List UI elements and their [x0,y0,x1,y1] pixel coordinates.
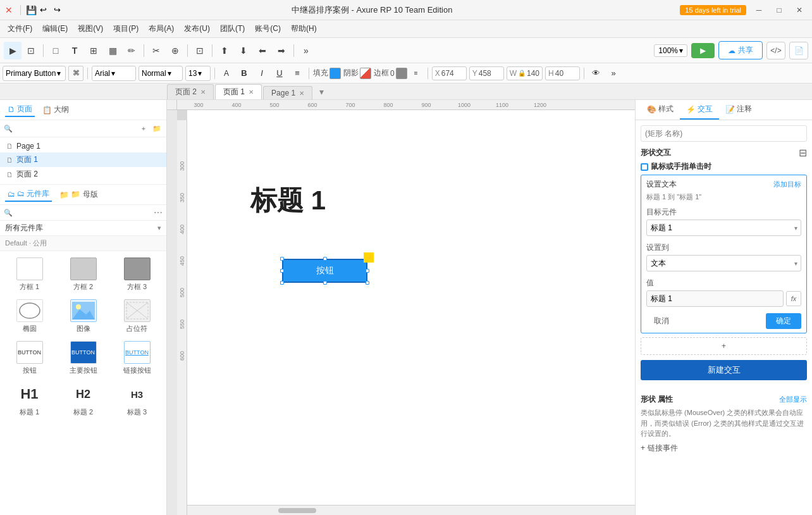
menu-edit[interactable]: 编辑(E) [37,22,73,36]
more-format-btn[interactable]: » [606,66,621,81]
scrollbar-thumb-h[interactable] [278,508,316,513]
font-selector[interactable]: Arial ▾ [92,66,136,81]
border-color[interactable] [396,68,407,79]
comp-rect1[interactable]: 方框 1 [4,255,55,294]
redo-icon[interactable]: ↪ [54,5,64,15]
connect-tool[interactable]: ⊕ [166,42,184,59]
close-x-icon[interactable]: ✕ [5,5,15,15]
comp-rect2[interactable]: 方框 2 [58,255,109,294]
tab-page2-close[interactable]: ✕ [200,89,206,96]
add-target-btn[interactable]: 添加目标 [773,180,801,189]
code-button[interactable]: </> [766,42,785,59]
align-right[interactable]: ➡ [273,42,290,59]
underline-btn[interactable]: U [272,66,287,81]
font-style-selector[interactable]: Normal ▾ [138,66,183,81]
menu-account[interactable]: 账号(C) [250,22,286,36]
fx-button[interactable]: fx [786,291,801,306]
scrollbar-horizontal[interactable] [187,505,635,515]
comp-button[interactable]: BUTTON 按钮 [4,338,55,378]
page-item-page1-cn[interactable]: 🗋 页面 1 [0,152,166,167]
page-item-page2[interactable]: 🗋 页面 2 [0,167,166,182]
h-field[interactable]: H 40 [545,66,580,80]
font-size-selector[interactable]: 13 ▾ [185,66,211,81]
border-options-btn[interactable]: ≡ [409,66,424,81]
page-item-page1[interactable]: 🗋 Page 1 [0,140,166,152]
tab-overflow[interactable]: ▾ [314,85,329,99]
add-page-btn[interactable]: + [138,123,149,134]
expand-icon[interactable]: ⊟ [799,147,807,159]
trigger-checkbox[interactable] [641,163,648,171]
menu-team[interactable]: 团队(T) [215,22,250,36]
comp-placeholder[interactable]: 占位符 [111,297,163,336]
minimize-button[interactable]: ─ [751,3,766,18]
handle-bm[interactable] [323,281,327,285]
shape-tool[interactable]: □ [47,42,65,59]
add-folder-btn[interactable]: 📁 [151,123,163,134]
value-input[interactable] [646,290,784,307]
menu-publish[interactable]: 发布(U) [179,22,215,36]
share-button[interactable]: ☁ 共享 [718,41,763,59]
show-all-btn[interactable]: 全部显示 [779,395,807,404]
italic-btn[interactable]: I [254,66,269,81]
cut-tool[interactable]: ✂ [147,42,165,59]
handle-tm[interactable] [323,257,327,261]
handle-tl[interactable] [280,257,284,261]
new-interaction-button[interactable]: 新建交互 [641,360,807,380]
list-btn[interactable]: ≡ [290,66,305,81]
tab-page-en-close[interactable]: ✕ [299,90,304,97]
menu-file[interactable]: 文件(F) [3,22,37,36]
save-icon[interactable]: 💾 [26,5,36,15]
comp-filter-arrow[interactable]: ▾ [157,224,161,232]
fit-tool[interactable]: ⊡ [191,42,209,59]
y-field[interactable]: Y 458 [469,66,504,80]
pages-tab[interactable]: 🗋 页面 [5,102,35,117]
comp-link-btn[interactable]: BUTTON 链接按钮 [111,338,163,378]
masters-tab[interactable]: 📁 📁 母版 [57,188,100,201]
pages-search-input[interactable] [15,124,135,133]
comp-more-icon[interactable]: ⋯ [154,208,163,218]
text-align-btn[interactable]: A [219,66,234,81]
menu-help[interactable]: 帮助(H) [286,22,322,36]
select-tool[interactable]: ▶ [4,42,22,59]
publish-button[interactable]: 📄 [789,42,808,59]
align-left[interactable]: ⬅ [254,42,271,59]
menu-view[interactable]: 视图(V) [73,22,108,36]
preview-button[interactable]: ▶ [691,43,715,58]
outline-tab[interactable]: 📋 大纲 [40,103,71,116]
menu-project[interactable]: 项目(P) [108,22,144,36]
canvas-button-container[interactable]: ⚡ 按钮 [282,259,367,283]
window-close-button[interactable]: ✕ [792,3,807,18]
more-tools[interactable]: » [297,42,315,59]
comp-search-input[interactable] [15,208,151,217]
cancel-button[interactable]: 取消 [646,313,677,329]
widget-tool[interactable]: ⊞ [85,42,102,59]
handle-br[interactable] [366,281,369,285]
bold-btn[interactable]: B [237,66,252,81]
x-field[interactable]: X 674 [432,66,467,80]
align-top[interactable]: ⬆ [216,42,233,59]
tab-page1[interactable]: 页面 1 ✕ [215,84,262,99]
comp-h3[interactable]: H3 标题 3 [111,380,163,419]
link-event[interactable]: + 链接事件 [641,443,807,454]
canvas-title[interactable]: 标题 1 [250,183,326,218]
handle-ml[interactable] [280,269,284,273]
tab-page-en[interactable]: Page 1 ✕ [263,86,312,99]
target-select[interactable]: 标题 1 [646,220,801,236]
text-tool[interactable]: T [66,42,83,59]
comp-image[interactable]: 图像 [58,297,109,336]
button-element[interactable]: 按钮 [282,259,367,283]
set-to-select[interactable]: 文本 [646,255,801,271]
components-tab[interactable]: 🗂 🗂 元件库 [5,187,52,202]
table-tool[interactable]: ▦ [104,42,121,59]
comp-h2[interactable]: H2 标题 2 [58,380,109,419]
comp-primary-btn[interactable]: BUTTON 主要按钮 [58,338,109,378]
shape-name-input[interactable] [641,125,807,142]
comp-rect3[interactable]: 方框 3 [111,255,163,294]
handle-bl[interactable] [280,281,284,285]
add-interaction-btn[interactable]: + [641,337,807,355]
zoom-selector[interactable]: 100% ▾ [654,44,687,57]
component-tool[interactable]: ⊡ [22,42,40,59]
maximize-button[interactable]: □ [772,3,787,18]
confirm-button[interactable]: 确定 [766,313,801,329]
comp-h1[interactable]: H1 标题 1 [4,380,55,419]
